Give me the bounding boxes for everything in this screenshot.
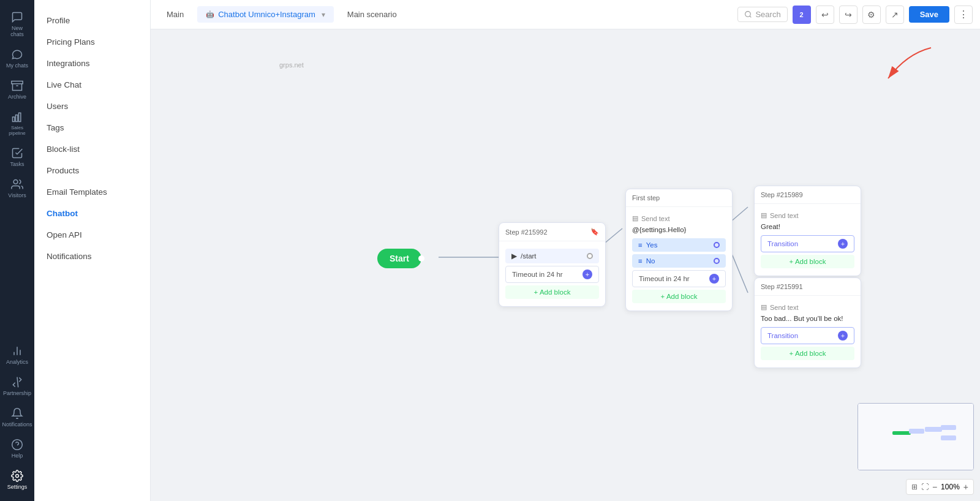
top-bar: Main 🤖 Chatbot Umnico+Instagram ▾ Main s… (151, 0, 980, 29)
nav-item-integrations[interactable]: Integrations (34, 53, 150, 74)
node-header-215989: Step #215989 (755, 186, 861, 204)
trigger-connector (587, 253, 593, 259)
node-header-215991: Step #215991 (755, 278, 861, 296)
mini-map-inner (858, 404, 973, 470)
sidebar-item-analytics[interactable]: Analytics (2, 340, 32, 370)
zoom-controls: ⊞ ⛶ − 100% + (906, 479, 974, 495)
sidebar-item-archive[interactable]: Archive (2, 75, 32, 105)
node-transition-215991[interactable]: Transition + (761, 327, 854, 344)
no-connector (714, 258, 720, 264)
svg-rect-1 (16, 115, 18, 122)
nav-item-live-chat[interactable]: Live Chat (34, 74, 150, 96)
top-bar-right: Search 2 ↩ ↪ ⚙ ↗ Save ⋮ (737, 6, 973, 24)
transition-plus-215989[interactable]: + (838, 239, 848, 249)
node-block-yes: ≡ Yes (632, 238, 726, 252)
toolbar-redo-btn[interactable]: ↪ (839, 6, 858, 24)
tab-chatbot-umnico[interactable]: 🤖 Chatbot Umnico+Instagram ▾ (197, 6, 334, 23)
sidebar-icons: New chats My chats Archive Sales pipelin… (0, 0, 34, 501)
main-area: Main 🤖 Chatbot Umnico+Instagram ▾ Main s… (151, 0, 980, 501)
mini-node-4 (941, 435, 956, 440)
sidebar-item-tasks[interactable]: Tasks (2, 142, 32, 172)
timeout-plus-first-step[interactable]: + (709, 274, 719, 284)
canvas: grps.net Start (151, 29, 980, 501)
tab-main[interactable]: Main (158, 6, 192, 23)
sidebar-item-sales-pipeline[interactable]: Sales pipeline (2, 106, 32, 141)
start-node: Start (377, 249, 421, 268)
arrow-annotation (870, 42, 943, 103)
nav-menu: Profile Pricing Plans Integrations Live … (34, 0, 151, 501)
mini-map (858, 403, 974, 470)
add-block-215991[interactable]: + Add block (761, 347, 854, 360)
node-first-step: First step ▤ Send text @{settings.Hello}… (625, 189, 733, 311)
send-text-label-first-step: ▤ Send text (632, 212, 726, 225)
search-box[interactable]: Search (737, 7, 787, 22)
nav-item-email-templates[interactable]: Email Templates (34, 181, 150, 203)
zoom-minus-btn[interactable]: − (932, 482, 937, 492)
mini-node-2 (925, 427, 942, 432)
save-button[interactable]: Save (909, 6, 949, 23)
node-block-no: ≡ No (632, 254, 726, 268)
nav-item-block-list[interactable]: Block-list (34, 138, 150, 160)
node-block-timeout-first-step: Timeout in 24 hr + (632, 270, 726, 287)
add-block-215992[interactable]: + Add block (505, 285, 599, 299)
tab-main-scenario[interactable]: Main scenario (339, 6, 405, 23)
svg-point-9 (16, 475, 19, 478)
node-block-timeout-215992: Timeout in 24 hr + (505, 266, 599, 283)
svg-point-10 (745, 12, 751, 17)
chatbot-tab-icon: 🤖 (206, 10, 214, 18)
node-header-first-step: First step (626, 189, 732, 207)
text-value-215991: Too bad... But you'll be ok! (761, 314, 854, 325)
transition-plus-215991[interactable]: + (838, 331, 848, 341)
node-header-215992: Step #215992 🔖 (499, 223, 605, 241)
toolbar-badge-btn[interactable]: 2 (793, 6, 811, 24)
svg-rect-2 (19, 113, 21, 121)
sidebar-item-partnership[interactable]: Partnership (2, 371, 32, 401)
sidebar-item-notifications[interactable]: Notifications (2, 402, 32, 432)
nav-item-profile[interactable]: Profile (34, 10, 150, 31)
text-value-first-step: @{settings.Hello} (632, 225, 726, 236)
nav-item-users[interactable]: Users (34, 96, 150, 117)
sidebar-item-settings[interactable]: Settings (2, 465, 32, 495)
mini-node-3 (941, 425, 956, 430)
nav-item-open-api[interactable]: Open API (34, 224, 150, 246)
toolbar-more-btn[interactable]: ⋮ (954, 6, 973, 24)
nav-item-products[interactable]: Products (34, 160, 150, 181)
text-value-215989: Great! (761, 222, 854, 233)
svg-point-3 (13, 180, 18, 184)
toolbar-share-btn[interactable]: ↗ (886, 6, 904, 24)
nav-item-chatbot[interactable]: Chatbot (34, 203, 150, 224)
toolbar-settings-btn[interactable]: ⚙ (862, 6, 881, 24)
node-step-215991: Step #215991 ▤ Send text Too bad... But … (754, 277, 861, 368)
node-transition-215989[interactable]: Transition + (761, 235, 854, 252)
zoom-plus-btn[interactable]: + (963, 482, 968, 492)
svg-rect-0 (13, 117, 15, 122)
screen-fit-icon[interactable]: ⛶ (921, 483, 929, 491)
sidebar-item-help[interactable]: Help (2, 434, 32, 464)
yes-connector (714, 242, 720, 248)
node-block-trigger: ▶ /start (505, 249, 599, 263)
svg-point-7 (12, 440, 23, 450)
send-text-label-215989: ▤ Send text (761, 209, 854, 222)
node-body-215992: ▶ /start Timeout in 24 hr + + Add block (499, 241, 605, 306)
toolbar-undo-btn[interactable]: ↩ (816, 6, 834, 24)
start-connector-dot (418, 255, 424, 262)
add-block-215989[interactable]: + Add block (761, 255, 854, 268)
nav-item-tags[interactable]: Tags (34, 117, 150, 138)
node-body-215991: ▤ Send text Too bad... But you'll be ok!… (755, 296, 861, 367)
sidebar-item-visitors[interactable]: Visitors (2, 173, 32, 203)
grid-toggle-icon[interactable]: ⊞ (911, 483, 918, 491)
node-step-215992: Step #215992 🔖 ▶ /start Timeout in 24 hr… (499, 222, 606, 307)
svg-line-14 (604, 228, 622, 244)
grps-label: grps.net (279, 61, 304, 69)
send-text-label-215991: ▤ Send text (761, 301, 854, 314)
zoom-level: 100% (941, 483, 960, 491)
sidebar-item-my-chats[interactable]: My chats (2, 43, 32, 73)
add-block-first-step[interactable]: + Add block (632, 290, 726, 303)
nav-item-pricing-plans[interactable]: Pricing Plans (34, 31, 150, 53)
mini-node-start (892, 431, 911, 435)
node-body-first-step: ▤ Send text @{settings.Hello} ≡ Yes ≡ No… (626, 207, 732, 311)
node-body-215989: ▤ Send text Great! Transition + + Add bl… (755, 204, 861, 276)
timeout-plus-215992[interactable]: + (582, 269, 592, 279)
nav-item-notifications[interactable]: Notifications (34, 246, 150, 267)
sidebar-item-new-chats[interactable]: New chats (2, 6, 32, 42)
